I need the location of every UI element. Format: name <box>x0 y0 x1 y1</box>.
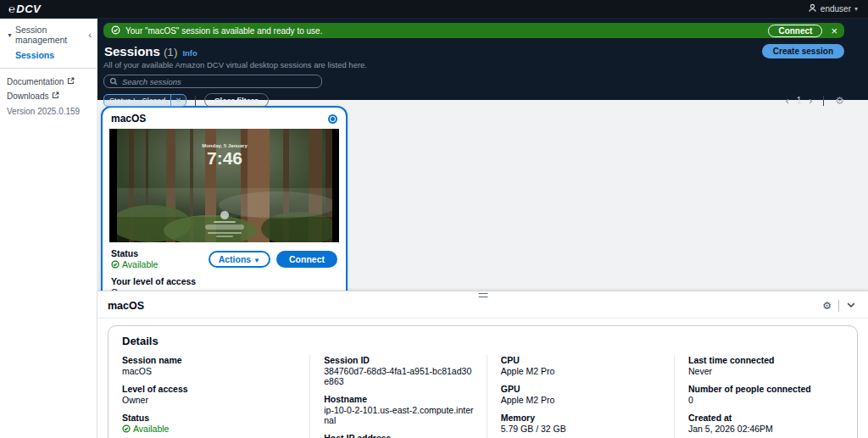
caret-down-icon: ▼ <box>253 257 260 264</box>
macos-lockscreen-preview: Monday, 5 January 7:46 <box>117 129 332 242</box>
detail-value: 5.79 GB / 32 GB <box>501 424 662 434</box>
filter-token[interactable]: Status != Closed × <box>103 94 186 107</box>
filter-row: Status != Closed × Clear filters ‹ 1 › ⚙ <box>103 93 844 108</box>
details-split-panel: macOS ⚙ Details Session namemacOSLevel o… <box>97 291 868 438</box>
detail-value: Available <box>122 424 298 434</box>
session-card-title: macOS <box>111 113 146 125</box>
detail-field: Number of people connected0 <box>688 384 832 405</box>
lockscreen-time: 7:46 <box>206 148 242 168</box>
user-icon <box>808 3 817 14</box>
filter-token-remove-icon[interactable]: × <box>170 95 185 106</box>
detail-value: Apple M2 Pro <box>501 366 662 376</box>
detail-field: Created atJan 5, 2026 02:46PM <box>688 413 832 434</box>
detail-field: StatusAvailable <box>122 413 298 434</box>
details-column: Session namemacOSLevel of accessOwnerSta… <box>122 355 309 438</box>
user-name: enduser <box>821 4 851 14</box>
details-container: Details Session namemacOSLevel of access… <box>108 325 858 438</box>
detail-value: 384760d7-68d3-4fa1-a951-bc81ad30e863 <box>324 366 475 386</box>
main-area: Your "macOS" session is available and re… <box>97 19 868 438</box>
detail-label: Number of people connected <box>688 384 832 394</box>
status-label: Status <box>111 248 158 258</box>
sidebar-collapse-icon[interactable]: ‹ <box>88 30 92 40</box>
info-link[interactable]: Info <box>182 48 197 58</box>
details-column: Last time connectedNeverNumber of people… <box>674 355 843 438</box>
next-page-icon[interactable]: › <box>809 96 812 106</box>
card-status-block: Status Available <box>111 248 158 269</box>
session-count: (1) <box>164 46 178 58</box>
search-icon <box>109 74 118 89</box>
session-card[interactable]: macOS <box>101 106 348 308</box>
session-thumbnail[interactable]: Monday, 5 January 7:46 <box>109 129 339 242</box>
sessions-grid: macOS <box>97 100 868 291</box>
sidebar-link-downloads[interactable]: Downloads <box>0 91 97 106</box>
detail-field: GPUApple M2 Pro <box>501 384 662 405</box>
page-header: Your "macOS" session is available and re… <box>97 19 868 100</box>
detail-label: Memory <box>501 413 662 423</box>
sidebar-item-sessions[interactable]: Sessions <box>0 45 97 60</box>
detail-label: Level of access <box>122 384 298 394</box>
chevron-down-icon: ▾ <box>854 5 858 13</box>
heading-row: Sessions (1) Info Create session <box>103 44 844 58</box>
previous-page-icon[interactable]: ‹ <box>786 96 789 106</box>
actions-button[interactable]: Actions ▼ <box>209 251 270 268</box>
access-label: Your level of access <box>111 276 337 286</box>
flashbar-message: Your "macOS" session is available and re… <box>125 26 768 36</box>
sidebar-link-documentation[interactable]: Documentation <box>0 77 97 91</box>
card-connect-button[interactable]: Connect <box>276 251 337 268</box>
pagination: ‹ 1 › ⚙ <box>786 95 844 107</box>
detail-label: Status <box>122 413 298 423</box>
sidebar-divider <box>0 68 97 69</box>
page-description: All of your available Amazon DCV virtual… <box>103 60 844 69</box>
flashbar-close-icon[interactable]: × <box>829 25 839 36</box>
detail-field: Host IP address10.0.2.101 <box>324 433 475 438</box>
version-label: Version 2025.0.159 <box>0 106 97 116</box>
panel-title: macOS <box>108 300 144 312</box>
search-box <box>103 75 322 88</box>
panel-collapse-chevron-icon[interactable] <box>846 298 856 313</box>
check-circle-icon <box>122 424 131 433</box>
success-flashbar: Your "macOS" session is available and re… <box>103 23 844 38</box>
detail-label: Host IP address <box>324 433 475 438</box>
detail-label: Hostname <box>324 394 475 404</box>
details-column: Session ID384760d7-68d3-4fa1-a951-bc81ad… <box>309 355 487 438</box>
divider <box>838 300 839 312</box>
search-input[interactable] <box>122 77 316 86</box>
page-number[interactable]: 1 <box>797 96 802 105</box>
detail-label: CPU <box>501 355 662 365</box>
detail-field: Session ID384760d7-68d3-4fa1-a951-bc81ad… <box>324 355 475 386</box>
sidebar-section-session-management[interactable]: ▼ Session management ‹ <box>0 25 97 45</box>
details-column: CPUApple M2 ProGPUApple M2 ProMemory5.79… <box>487 355 674 438</box>
dcv-logo-mark: ℮ <box>8 3 15 15</box>
detail-field: Hostnameip-10-0-2-101.us-east-2.compute.… <box>324 394 475 425</box>
detail-label: GPU <box>501 384 662 394</box>
lockscreen-password-field <box>205 225 244 230</box>
detail-value: Never <box>688 366 832 376</box>
detail-label: Session name <box>122 355 298 365</box>
sidebar: ▼ Session management ‹ Sessions Document… <box>0 19 97 438</box>
detail-value: 0 <box>688 395 832 405</box>
check-circle-icon <box>111 260 120 269</box>
preferences-gear-icon[interactable]: ⚙ <box>835 95 844 107</box>
radio-selected-icon[interactable] <box>328 114 337 124</box>
user-menu[interactable]: enduser ▾ <box>808 3 858 14</box>
external-link-icon <box>67 77 75 86</box>
divider <box>195 96 196 106</box>
page-title: Sessions (1) Info <box>104 44 198 58</box>
detail-value: Owner <box>122 395 298 405</box>
detail-label: Session ID <box>324 355 475 365</box>
sidebar-section-label: Session management <box>15 25 88 45</box>
external-link-icon <box>52 91 59 101</box>
detail-field: Level of accessOwner <box>122 384 298 405</box>
split-panel-drag-handle[interactable] <box>478 293 487 297</box>
details-grid: Session namemacOSLevel of accessOwnerSta… <box>122 355 843 438</box>
detail-value: Apple M2 Pro <box>501 395 662 405</box>
detail-label: Created at <box>688 413 832 423</box>
detail-field: Session namemacOS <box>122 355 298 376</box>
create-session-button[interactable]: Create session <box>762 44 844 58</box>
panel-preferences-gear-icon[interactable]: ⚙ <box>822 300 832 312</box>
clear-filters-button[interactable]: Clear filters <box>204 93 269 108</box>
detail-field: Memory5.79 GB / 32 GB <box>501 413 662 434</box>
flashbar-connect-button[interactable]: Connect <box>768 25 822 37</box>
filter-token-label[interactable]: Status != Closed <box>104 97 170 105</box>
top-bar: ℮DCV enduser ▾ <box>0 0 868 19</box>
